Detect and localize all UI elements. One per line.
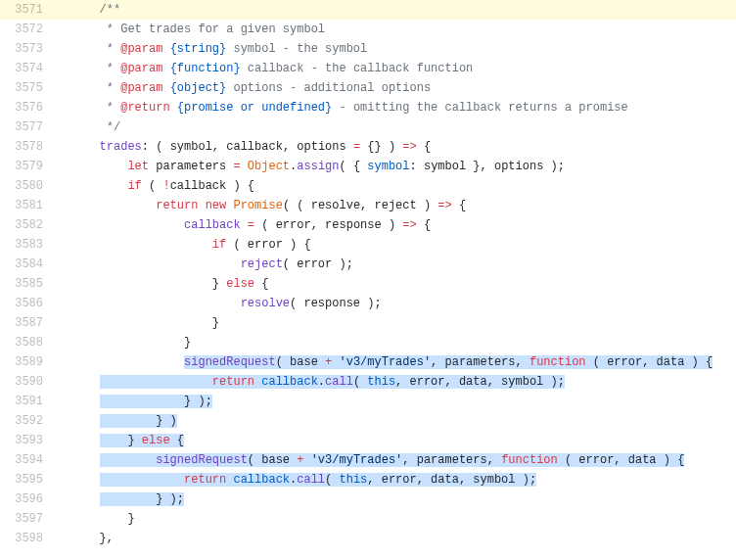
code-line[interactable]: 3575 * @param {object} options - additio… — [0, 78, 736, 98]
code-content[interactable]: signedRequest( base + 'v3/myTrades', par… — [43, 450, 736, 470]
code-token: ) { — [657, 453, 685, 467]
code-token: , — [212, 140, 226, 154]
code-token: ( — [353, 375, 367, 389]
code-content[interactable]: } ); — [43, 392, 736, 411]
code-content[interactable]: } — [43, 509, 736, 529]
code-line[interactable]: 3578 trades: ( symbol, callback, options… — [0, 137, 736, 157]
line-number[interactable]: 3576 — [0, 98, 43, 117]
code-line[interactable]: 3598 }, — [0, 529, 736, 548]
code-line[interactable]: 3581 return new Promise( ( resolve, reje… — [0, 196, 736, 215]
line-number[interactable]: 3590 — [0, 372, 43, 392]
code-line[interactable]: 3580 if ( !callback ) { — [0, 176, 736, 196]
code-line[interactable]: 3591 } ); — [0, 392, 736, 411]
code-line[interactable]: 3587 } — [0, 313, 736, 333]
line-number[interactable]: 3586 — [0, 294, 43, 313]
code-content[interactable]: let parameters = Object.assign( { symbol… — [43, 157, 736, 176]
code-line[interactable]: 3588 } — [0, 333, 736, 352]
code-content[interactable]: * Get trades for a given symbol — [43, 20, 736, 39]
code-content[interactable]: return new Promise( ( resolve, reject ) … — [43, 196, 736, 215]
code-content[interactable]: return callback.call( this, error, data,… — [43, 372, 736, 392]
line-number[interactable]: 3572 — [0, 20, 43, 39]
code-line[interactable]: 3573 * @param {string} symbol - the symb… — [0, 39, 736, 59]
line-number[interactable]: 3583 — [0, 235, 43, 255]
code-line[interactable]: 3586 resolve( response ); — [0, 294, 736, 313]
code-content[interactable]: if ( error ) { — [43, 235, 736, 255]
code-content[interactable]: signedRequest( base + 'v3/myTrades', par… — [43, 352, 736, 372]
code-token: @return — [120, 101, 169, 115]
code-content[interactable]: } — [43, 313, 736, 333]
code-content[interactable]: } else { — [43, 431, 736, 450]
code-token: { — [254, 277, 268, 291]
code-line[interactable]: 3574 * @param {function} callback - the … — [0, 59, 736, 78]
code-content[interactable]: * @param {string} symbol - the symbol — [43, 39, 736, 59]
code-line[interactable]: 3576 * @return {promise or undefined} - … — [0, 98, 736, 117]
code-content[interactable]: } ); — [43, 490, 736, 509]
code-content[interactable]: trades: ( symbol, callback, options = {}… — [43, 137, 736, 157]
code-content[interactable]: callback = ( error, response ) => { — [43, 215, 736, 235]
code-line[interactable]: 3597 } — [0, 509, 736, 529]
line-number[interactable]: 3571 — [0, 0, 43, 20]
line-number[interactable]: 3589 — [0, 352, 43, 372]
code-line[interactable]: 3590 return callback.call( this, error, … — [0, 372, 736, 392]
code-line[interactable]: 3577 */ — [0, 117, 736, 137]
code-content[interactable]: * @param {function} callback - the callb… — [43, 59, 736, 78]
line-number[interactable]: 3579 — [0, 157, 43, 176]
code-line[interactable]: 3596 } ); — [0, 490, 736, 509]
code-content[interactable]: reject( error ); — [43, 255, 736, 274]
line-number[interactable]: 3574 — [0, 59, 43, 78]
line-number[interactable]: 3595 — [0, 470, 43, 490]
line-number[interactable]: 3578 — [0, 137, 43, 157]
line-number[interactable]: 3591 — [0, 392, 43, 411]
line-number[interactable]: 3582 — [0, 215, 43, 235]
code-content[interactable]: return callback.call( this, error, data,… — [43, 470, 736, 490]
code-line[interactable]: 3572 * Get trades for a given symbol — [0, 20, 736, 39]
code-token — [100, 355, 184, 369]
code-line[interactable]: 3589 signedRequest( base + 'v3/myTrades'… — [0, 352, 736, 372]
code-token: error — [607, 355, 642, 369]
line-number[interactable]: 3585 — [0, 274, 43, 294]
code-line[interactable]: 3585 } else { — [0, 274, 736, 294]
line-number[interactable]: 3596 — [0, 490, 43, 509]
code-token: * Get trades for a given symbol — [100, 23, 325, 36]
code-token: symbol — [367, 160, 409, 173]
code-line[interactable]: 3582 callback = ( error, response ) => { — [0, 215, 736, 235]
line-number[interactable]: 3594 — [0, 450, 43, 470]
code-line[interactable]: 3595 return callback.call( this, error, … — [0, 470, 736, 490]
line-number[interactable]: 3588 — [0, 333, 43, 352]
code-token: Promise — [233, 199, 282, 212]
code-content[interactable]: * @return {promise or undefined} - omitt… — [43, 98, 736, 117]
code-line[interactable]: 3584 reject( error ); — [0, 255, 736, 274]
code-content[interactable]: } ) — [43, 411, 736, 431]
code-token: signedRequest — [156, 453, 248, 467]
code-content[interactable]: */ — [43, 117, 736, 137]
line-number[interactable]: 3584 — [0, 255, 43, 274]
code-token: ( error ) { — [226, 238, 310, 252]
code-line[interactable]: 3593 } else { — [0, 431, 736, 450]
line-number[interactable]: 3597 — [0, 509, 43, 529]
code-token: ( — [142, 179, 163, 193]
code-token: callback — [233, 473, 290, 487]
line-number[interactable]: 3587 — [0, 313, 43, 333]
line-number[interactable]: 3592 — [0, 411, 43, 431]
code-line[interactable]: 3571 /** — [0, 0, 736, 20]
code-view[interactable]: 3571 /**3572 * Get trades for a given sy… — [0, 0, 736, 548]
code-line[interactable]: 3583 if ( error ) { — [0, 235, 736, 255]
line-number[interactable]: 3593 — [0, 431, 43, 450]
line-number[interactable]: 3575 — [0, 78, 43, 98]
line-number[interactable]: 3598 — [0, 529, 43, 548]
code-content[interactable]: /** — [43, 0, 736, 20]
line-number[interactable]: 3577 — [0, 117, 43, 137]
line-number[interactable]: 3573 — [0, 39, 43, 59]
code-content[interactable]: }, — [43, 529, 736, 548]
code-line[interactable]: 3594 signedRequest( base + 'v3/myTrades'… — [0, 450, 736, 470]
line-number[interactable]: 3581 — [0, 196, 43, 215]
code-content[interactable]: } — [43, 333, 736, 352]
code-line[interactable]: 3579 let parameters = Object.assign( { s… — [0, 157, 736, 176]
code-content[interactable]: } else { — [43, 274, 736, 294]
code-content[interactable]: * @param {object} options - additional o… — [43, 78, 736, 98]
line-number[interactable]: 3580 — [0, 176, 43, 196]
code-line[interactable]: 3592 } ) — [0, 411, 736, 431]
code-content[interactable]: if ( !callback ) { — [43, 176, 736, 196]
code-token: ( ( — [283, 199, 311, 212]
code-content[interactable]: resolve( response ); — [43, 294, 736, 313]
